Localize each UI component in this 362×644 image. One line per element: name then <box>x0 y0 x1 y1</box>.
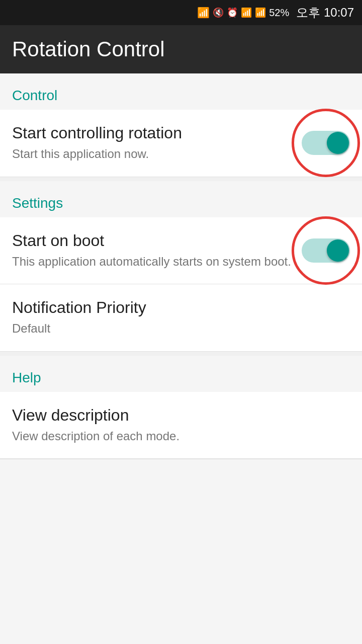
section-control-header: Control <box>0 73 362 110</box>
view-description-item[interactable]: View description View description of eac… <box>0 392 362 459</box>
toggle-knob <box>327 132 349 154</box>
notification-priority-title: Notification Priority <box>12 298 340 317</box>
start-on-boot-toggle[interactable] <box>302 238 350 263</box>
start-on-boot-subtitle: This application automatically starts on… <box>12 253 292 270</box>
start-on-boot-toggle-wrapper <box>302 238 350 263</box>
start-controlling-rotation-title: Start controlling rotation <box>12 124 292 142</box>
start-controlling-rotation-item[interactable]: Start controlling rotation Start this ap… <box>0 110 362 177</box>
battery-text: 52% <box>269 7 289 19</box>
alarm-icon: ⏰ <box>227 7 238 18</box>
view-description-title: View description <box>12 406 340 425</box>
divider-1 <box>0 177 362 181</box>
toggle-knob-2 <box>327 239 349 262</box>
view-description-text: View description View description of eac… <box>12 406 350 445</box>
wifi-icon: 📶 <box>241 7 252 18</box>
status-time: 오후 10:07 <box>296 5 354 21</box>
bottom-divider <box>0 459 362 459</box>
start-on-boot-text: Start on boot This application automatic… <box>12 231 302 270</box>
section-help-header: Help <box>0 356 362 392</box>
divider-2 <box>0 352 362 356</box>
app-bar: Rotation Control <box>0 25 362 73</box>
notification-priority-item[interactable]: Notification Priority Default <box>0 284 362 352</box>
start-controlling-rotation-subtitle: Start this application now. <box>12 145 292 163</box>
signal-icon: 📶 <box>255 7 266 18</box>
status-bar: 📶 🔇 ⏰ 📶 📶 52% 오후 10:07 <box>0 0 362 25</box>
status-icons: 📶 🔇 ⏰ 📶 📶 52% 오후 10:07 <box>197 5 354 21</box>
start-controlling-rotation-toggle[interactable] <box>302 131 350 155</box>
app-title: Rotation Control <box>12 37 165 61</box>
content-area: Control Start controlling rotation Start… <box>0 73 362 644</box>
view-description-subtitle: View description of each mode. <box>12 428 340 445</box>
start-on-boot-title: Start on boot <box>12 231 292 250</box>
notification-priority-text: Notification Priority Default <box>12 298 350 337</box>
notification-priority-value: Default <box>12 320 340 337</box>
start-on-boot-item[interactable]: Start on boot This application automatic… <box>0 217 362 285</box>
start-controlling-rotation-toggle-wrapper <box>302 131 350 155</box>
start-controlling-rotation-text: Start controlling rotation Start this ap… <box>12 124 302 163</box>
section-settings-header: Settings <box>0 181 362 217</box>
mute-icon: 🔇 <box>213 7 224 18</box>
bluetooth-icon: 📶 <box>197 7 210 19</box>
